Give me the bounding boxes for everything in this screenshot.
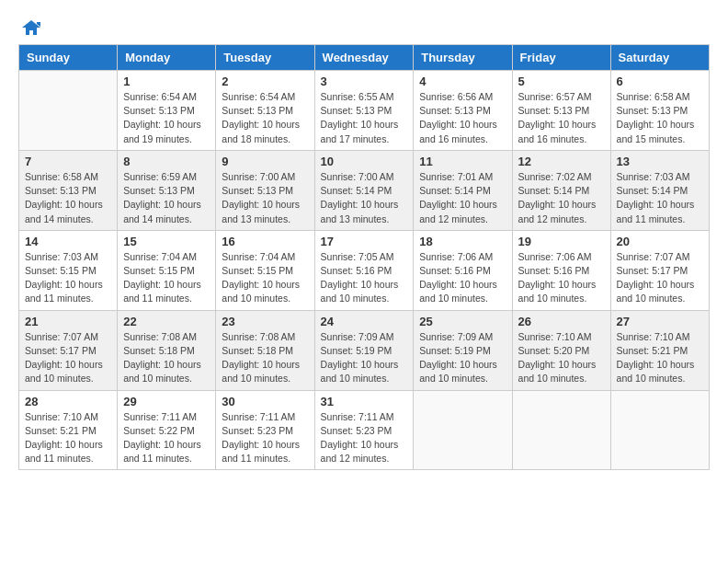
day-number: 18 [419,235,506,248]
day-detail: Sunrise: 6:54 AMSunset: 5:13 PMDaylight:… [123,90,210,146]
day-detail: Sunrise: 7:10 AMSunset: 5:21 PMDaylight:… [25,410,111,466]
calendar-cell: 11Sunrise: 7:01 AMSunset: 5:14 PMDayligh… [414,150,512,230]
day-number: 24 [321,315,408,328]
day-detail: Sunrise: 6:55 AMSunset: 5:13 PMDaylight:… [321,90,408,146]
calendar-cell: 28Sunrise: 7:10 AMSunset: 5:21 PMDayligh… [19,390,118,470]
page-header [18,18,710,37]
day-detail: Sunrise: 7:04 AMSunset: 5:15 PMDaylight:… [222,250,308,306]
day-detail: Sunrise: 7:03 AMSunset: 5:14 PMDaylight:… [617,170,703,226]
day-detail: Sunrise: 7:08 AMSunset: 5:18 PMDaylight:… [123,330,210,386]
calendar-cell [414,390,512,470]
day-detail: Sunrise: 7:00 AMSunset: 5:14 PMDaylight:… [321,170,408,226]
day-number: 29 [123,395,210,408]
calendar-cell [19,71,118,151]
day-number: 14 [25,235,111,248]
day-detail: Sunrise: 7:09 AMSunset: 5:19 PMDaylight:… [321,330,408,386]
calendar-cell: 15Sunrise: 7:04 AMSunset: 5:15 PMDayligh… [118,230,216,310]
day-number: 1 [123,75,210,88]
day-number: 9 [222,155,308,168]
calendar-cell: 5Sunrise: 6:57 AMSunset: 5:13 PMDaylight… [512,71,610,151]
day-number: 22 [123,315,210,328]
day-number: 26 [518,315,605,328]
calendar-header-row: SundayMondayTuesdayWednesdayThursdayFrid… [19,45,710,71]
day-detail: Sunrise: 7:11 AMSunset: 5:23 PMDaylight:… [321,410,408,466]
calendar-cell: 31Sunrise: 7:11 AMSunset: 5:23 PMDayligh… [314,390,414,470]
day-number: 11 [419,155,506,168]
day-number: 6 [617,75,703,88]
calendar-cell [512,390,610,470]
day-detail: Sunrise: 7:11 AMSunset: 5:22 PMDaylight:… [123,410,210,466]
calendar-cell: 26Sunrise: 7:10 AMSunset: 5:20 PMDayligh… [512,310,610,390]
calendar-cell: 21Sunrise: 7:07 AMSunset: 5:17 PMDayligh… [19,310,118,390]
logo [18,18,42,37]
day-number: 3 [321,75,408,88]
day-number: 13 [617,155,703,168]
day-number: 15 [123,235,210,248]
day-number: 16 [222,235,308,248]
day-detail: Sunrise: 7:01 AMSunset: 5:14 PMDaylight:… [419,170,506,226]
calendar-week-row: 21Sunrise: 7:07 AMSunset: 5:17 PMDayligh… [19,310,710,390]
calendar-cell: 18Sunrise: 7:06 AMSunset: 5:16 PMDayligh… [414,230,512,310]
day-number: 25 [419,315,506,328]
day-number: 30 [222,395,308,408]
day-number: 23 [222,315,308,328]
calendar-cell: 3Sunrise: 6:55 AMSunset: 5:13 PMDaylight… [314,71,414,151]
calendar-header-friday: Friday [512,45,610,71]
calendar-cell: 2Sunrise: 6:54 AMSunset: 5:13 PMDaylight… [216,71,314,151]
calendar-cell: 29Sunrise: 7:11 AMSunset: 5:22 PMDayligh… [118,390,216,470]
day-detail: Sunrise: 6:58 AMSunset: 5:13 PMDaylight:… [25,170,111,226]
calendar-header-sunday: Sunday [19,45,118,71]
day-detail: Sunrise: 7:11 AMSunset: 5:23 PMDaylight:… [222,410,308,466]
day-detail: Sunrise: 7:07 AMSunset: 5:17 PMDaylight:… [617,250,703,306]
day-detail: Sunrise: 7:06 AMSunset: 5:16 PMDaylight:… [419,250,506,306]
calendar-cell: 20Sunrise: 7:07 AMSunset: 5:17 PMDayligh… [610,230,709,310]
day-number: 27 [617,315,703,328]
day-number: 5 [518,75,605,88]
calendar-cell: 19Sunrise: 7:06 AMSunset: 5:16 PMDayligh… [512,230,610,310]
day-detail: Sunrise: 7:02 AMSunset: 5:14 PMDaylight:… [518,170,605,226]
day-number: 12 [518,155,605,168]
day-number: 7 [25,155,111,168]
calendar-week-row: 1Sunrise: 6:54 AMSunset: 5:13 PMDaylight… [19,71,710,151]
day-number: 20 [617,235,703,248]
day-number: 28 [25,395,111,408]
day-number: 8 [123,155,210,168]
calendar-header-monday: Monday [118,45,216,71]
calendar-cell: 23Sunrise: 7:08 AMSunset: 5:18 PMDayligh… [216,310,314,390]
calendar-week-row: 7Sunrise: 6:58 AMSunset: 5:13 PMDaylight… [19,150,710,230]
calendar-table: SundayMondayTuesdayWednesdayThursdayFrid… [18,44,710,470]
day-number: 2 [222,75,308,88]
calendar-cell: 25Sunrise: 7:09 AMSunset: 5:19 PMDayligh… [414,310,512,390]
calendar-header-thursday: Thursday [414,45,512,71]
day-number: 4 [419,75,506,88]
day-number: 10 [321,155,408,168]
calendar-cell: 10Sunrise: 7:00 AMSunset: 5:14 PMDayligh… [314,150,414,230]
day-detail: Sunrise: 7:09 AMSunset: 5:19 PMDaylight:… [419,330,506,386]
day-detail: Sunrise: 6:54 AMSunset: 5:13 PMDaylight:… [222,90,308,146]
calendar-cell: 27Sunrise: 7:10 AMSunset: 5:21 PMDayligh… [610,310,709,390]
day-number: 31 [321,395,408,408]
calendar-cell: 22Sunrise: 7:08 AMSunset: 5:18 PMDayligh… [118,310,216,390]
calendar-cell: 9Sunrise: 7:00 AMSunset: 5:13 PMDaylight… [216,150,314,230]
calendar-cell: 17Sunrise: 7:05 AMSunset: 5:16 PMDayligh… [314,230,414,310]
calendar-cell: 8Sunrise: 6:59 AMSunset: 5:13 PMDaylight… [118,150,216,230]
day-number: 19 [518,235,605,248]
calendar-header-saturday: Saturday [610,45,709,71]
calendar-cell [610,390,709,470]
day-detail: Sunrise: 6:56 AMSunset: 5:13 PMDaylight:… [419,90,506,146]
calendar-cell: 1Sunrise: 6:54 AMSunset: 5:13 PMDaylight… [118,71,216,151]
calendar-cell: 13Sunrise: 7:03 AMSunset: 5:14 PMDayligh… [610,150,709,230]
day-detail: Sunrise: 7:10 AMSunset: 5:21 PMDaylight:… [617,330,703,386]
day-detail: Sunrise: 7:03 AMSunset: 5:15 PMDaylight:… [25,250,111,306]
calendar-header-tuesday: Tuesday [216,45,314,71]
day-detail: Sunrise: 7:10 AMSunset: 5:20 PMDaylight:… [518,330,605,386]
day-detail: Sunrise: 6:57 AMSunset: 5:13 PMDaylight:… [518,90,605,146]
calendar-cell: 7Sunrise: 6:58 AMSunset: 5:13 PMDaylight… [19,150,118,230]
day-number: 21 [25,315,111,328]
day-detail: Sunrise: 7:05 AMSunset: 5:16 PMDaylight:… [321,250,408,306]
logo-icon [20,18,42,37]
day-detail: Sunrise: 6:58 AMSunset: 5:13 PMDaylight:… [617,90,703,146]
calendar-header-wednesday: Wednesday [314,45,414,71]
calendar-cell: 24Sunrise: 7:09 AMSunset: 5:19 PMDayligh… [314,310,414,390]
calendar-week-row: 28Sunrise: 7:10 AMSunset: 5:21 PMDayligh… [19,390,710,470]
